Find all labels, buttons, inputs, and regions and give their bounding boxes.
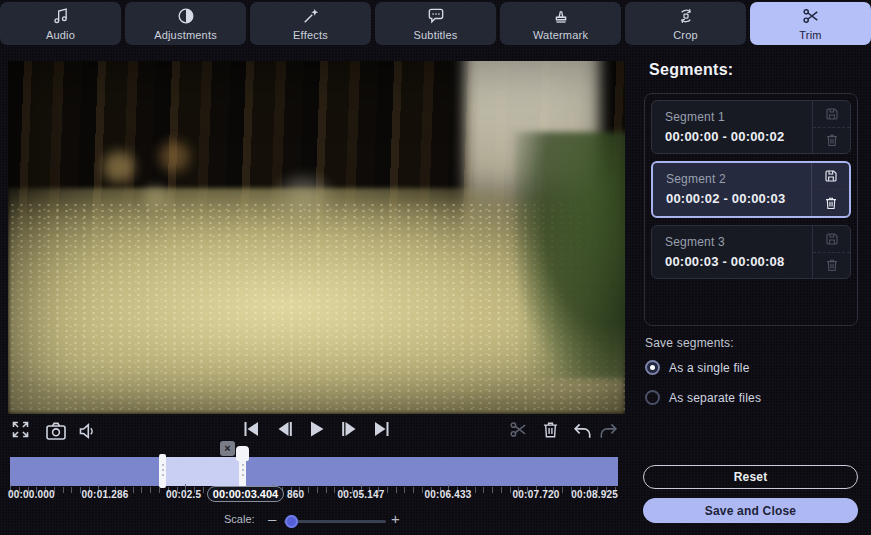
segment-info: Segment 1 00:00:00 - 00:00:02: [652, 101, 812, 153]
tick-label-clipped: 00:02.5: [166, 489, 201, 500]
tab-label: Crop: [673, 29, 698, 41]
scale-slider-track[interactable]: [284, 520, 386, 523]
radio-label: As separate files: [669, 391, 761, 405]
tick-label: 00:06.433: [425, 489, 472, 500]
segments-sidebar: Segments: Segment 1 00:00:00 - 00:00:02: [625, 47, 871, 535]
tab-audio[interactable]: Audio: [0, 2, 121, 45]
tick-label: 00:08.925: [571, 489, 618, 500]
timeline-selected-segment[interactable]: [162, 457, 243, 486]
remove-segment-close-icon[interactable]: ×: [220, 441, 235, 456]
save-segments-label: Save segments:: [645, 336, 734, 350]
contrast-icon: [176, 6, 196, 26]
tab-subtitles[interactable]: Subtitles: [375, 2, 496, 45]
redo-button[interactable]: [597, 419, 620, 442]
playhead-marker[interactable]: [236, 446, 249, 461]
save-and-close-button[interactable]: Save and Close: [643, 498, 858, 523]
tab-label: Trim: [799, 29, 821, 41]
scale-slider-thumb[interactable]: [285, 515, 298, 528]
speech-bubble-icon: [426, 6, 446, 26]
segment-info: Segment 3 00:00:03 - 00:00:08: [652, 226, 812, 278]
tab-adjustments[interactable]: Adjustments: [125, 2, 246, 45]
rotate-crop-icon: [676, 6, 696, 26]
tab-crop[interactable]: Crop: [625, 2, 746, 45]
stamp-icon: [551, 6, 571, 26]
tab-label: Effects: [293, 29, 328, 41]
tab-effects[interactable]: Effects: [250, 2, 371, 45]
snapshot-camera-button[interactable]: [44, 419, 68, 443]
segment-card-1[interactable]: Segment 1 00:00:00 - 00:00:02: [651, 100, 851, 154]
previous-frame-button[interactable]: [273, 417, 297, 441]
delete-segment-button[interactable]: [813, 127, 850, 154]
segment-name: Segment 1: [665, 110, 812, 124]
segment-actions: [812, 226, 850, 278]
tab-label: Audio: [46, 29, 75, 41]
next-frame-button[interactable]: [337, 417, 361, 441]
scissors-icon: [801, 6, 821, 26]
zoom-out-minus-button[interactable]: –: [268, 510, 276, 527]
segment-name: Segment 2: [666, 172, 811, 186]
delete-segment-button[interactable]: [813, 252, 850, 279]
radio-selected-icon: [645, 360, 660, 375]
tab-label: Watermark: [533, 29, 588, 41]
current-time-bubble: 00:00:03.404: [207, 486, 284, 502]
segment-time-range: 00:00:02 - 00:00:03: [666, 191, 811, 206]
fullscreen-button[interactable]: [10, 419, 31, 440]
segments-list: Segment 1 00:00:00 - 00:00:02 Segment 2 …: [644, 93, 858, 326]
tick-label: 00:00.000: [8, 489, 55, 500]
save-segment-button[interactable]: [813, 226, 850, 252]
delete-button[interactable]: [540, 419, 561, 440]
radio-label: As a single file: [669, 361, 750, 375]
video-preview: [8, 61, 625, 414]
radio-unselected-icon: [645, 390, 660, 405]
skip-to-end-button[interactable]: [370, 417, 394, 441]
undo-button[interactable]: [571, 419, 594, 442]
scale-label: Scale:: [224, 513, 255, 525]
skip-to-start-button[interactable]: [239, 417, 263, 441]
tab-label: Subtitles: [414, 29, 458, 41]
segment-card-2-selected[interactable]: Segment 2 00:00:02 - 00:00:03: [651, 161, 851, 218]
timeline-track[interactable]: [10, 457, 618, 486]
trim-editor-window: Audio Adjustments Effects Subtitles Wate…: [0, 0, 871, 535]
reset-button[interactable]: Reset: [643, 465, 858, 489]
segment-name: Segment 3: [665, 235, 812, 249]
segments-heading: Segments:: [649, 61, 734, 79]
preview-vignette: [8, 61, 625, 414]
cut-scissors-button[interactable]: [508, 419, 529, 440]
play-button[interactable]: [304, 417, 328, 441]
trim-handle-left[interactable]: [159, 454, 166, 488]
segment-actions: [812, 101, 850, 153]
toolbar-tabs: Audio Adjustments Effects Subtitles Wate…: [0, 0, 871, 47]
segment-time-range: 00:00:03 - 00:00:08: [665, 254, 812, 269]
music-note-icon: [51, 6, 71, 26]
tab-label: Adjustments: [154, 29, 217, 41]
tick-label-clipped: 860: [287, 489, 304, 500]
radio-as-single-file[interactable]: As a single file: [645, 360, 750, 375]
tick-label: 00:01.286: [82, 489, 129, 500]
save-segment-button[interactable]: [813, 101, 850, 127]
segment-time-range: 00:00:00 - 00:00:02: [665, 129, 812, 144]
tab-watermark[interactable]: Watermark: [500, 2, 621, 45]
tick-label: 00:07.720: [513, 489, 560, 500]
delete-segment-button[interactable]: [812, 189, 849, 216]
magic-wand-icon: [301, 6, 321, 26]
segment-card-3[interactable]: Segment 3 00:00:03 - 00:00:08: [651, 225, 851, 279]
segment-info: Segment 2 00:00:02 - 00:00:03: [653, 163, 811, 216]
segment-actions: [811, 163, 849, 216]
save-segment-button[interactable]: [812, 163, 849, 189]
radio-as-separate-files[interactable]: As separate files: [645, 390, 761, 405]
tab-trim[interactable]: Trim: [750, 2, 871, 45]
tick-label: 00:05.147: [338, 489, 385, 500]
volume-button[interactable]: [76, 419, 100, 443]
zoom-in-plus-button[interactable]: +: [391, 510, 400, 527]
